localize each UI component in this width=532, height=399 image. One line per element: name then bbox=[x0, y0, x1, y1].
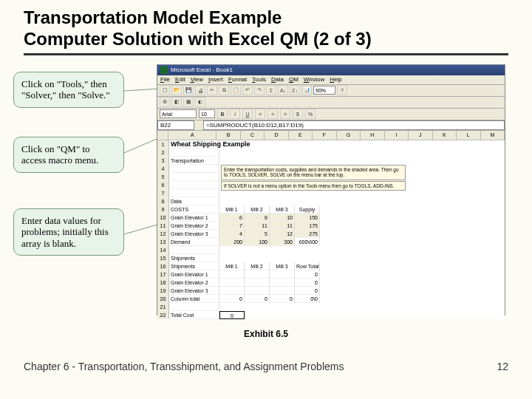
row-header[interactable]: 18 bbox=[157, 279, 169, 287]
instruction-box-1: Enter the transportation costs, supplies… bbox=[221, 165, 406, 180]
formula-row: B22 =SUMPRODUCT(B10:D12,B17:D19) bbox=[157, 120, 505, 131]
secondary-toolbar: ⚙ ◧ ▦ ◐ bbox=[157, 97, 505, 109]
row-header[interactable]: 4 bbox=[157, 165, 169, 173]
undo-icon[interactable]: ↶ bbox=[242, 85, 253, 95]
row-header[interactable]: 22 bbox=[157, 311, 169, 319]
col-C[interactable]: C bbox=[241, 131, 265, 140]
sheet-title: Wheat Shipping Example bbox=[171, 140, 250, 149]
row-header[interactable]: 8 bbox=[157, 197, 169, 205]
col-H[interactable]: H bbox=[361, 131, 384, 140]
row-header[interactable]: 19 bbox=[157, 287, 169, 295]
menu-window[interactable]: Window bbox=[304, 76, 324, 83]
row-header[interactable]: 14 bbox=[157, 246, 169, 254]
col-M[interactable]: M bbox=[481, 131, 505, 140]
row-header[interactable]: 7 bbox=[157, 189, 169, 197]
excel-titlebar: Microsoft Excel - Book1 bbox=[157, 65, 505, 75]
content-area: Click on "Tools," then "Solver," then "S… bbox=[24, 64, 511, 323]
callout-qm-menu: Click on "QM" to access macro menu. bbox=[13, 137, 124, 173]
print-icon[interactable]: 🖨 bbox=[195, 85, 205, 95]
menu-view[interactable]: View bbox=[191, 76, 203, 83]
row-header[interactable]: 6 bbox=[157, 181, 169, 189]
menu-format[interactable]: Format bbox=[228, 76, 247, 83]
row-header[interactable]: 9 bbox=[157, 205, 169, 214]
footer-page-number: 12 bbox=[497, 361, 508, 372]
open-icon[interactable]: 📂 bbox=[171, 85, 182, 95]
instruction-box-2: If SOLVER is not a menu option in the To… bbox=[221, 181, 406, 191]
col-D[interactable]: D bbox=[265, 131, 288, 140]
percent-icon[interactable]: % bbox=[305, 109, 316, 119]
selected-cell-b22[interactable]: 0 bbox=[219, 311, 245, 319]
align-center-icon[interactable]: ≡ bbox=[267, 109, 278, 119]
row-header[interactable]: 10 bbox=[157, 214, 169, 222]
row-header[interactable]: 20 bbox=[157, 295, 169, 303]
align-left-icon[interactable]: ≡ bbox=[255, 109, 265, 119]
font-size-box[interactable]: 10 bbox=[199, 109, 215, 118]
title-block: Transportation Model Example Computer So… bbox=[24, 7, 508, 55]
underline-icon[interactable]: U bbox=[242, 109, 253, 119]
menu-edit[interactable]: Edit bbox=[175, 76, 185, 83]
col-B[interactable]: B bbox=[216, 131, 240, 140]
spreadsheet-grid[interactable]: A B C D E F G H I J K L M 1Wheat Shippin… bbox=[157, 131, 505, 319]
unknown-icon[interactable]: ◐ bbox=[195, 97, 205, 107]
menu-help[interactable]: Help bbox=[330, 76, 341, 83]
font-name-box[interactable]: Arial bbox=[160, 109, 197, 118]
callout-text: Enter data values for problems; initiall… bbox=[21, 215, 109, 249]
menu-file[interactable]: File bbox=[160, 76, 170, 83]
col-I[interactable]: I bbox=[385, 131, 409, 140]
currency-icon[interactable]: $ bbox=[293, 109, 303, 119]
row-header[interactable]: 5 bbox=[157, 173, 169, 181]
title-line-2: Computer Solution with Excel QM (2 of 3) bbox=[24, 29, 508, 50]
col-G[interactable]: G bbox=[337, 131, 361, 140]
menu-tools[interactable]: Tools bbox=[252, 76, 266, 83]
exhibit-caption: Exhibit 6.5 bbox=[24, 329, 508, 339]
row-header[interactable]: 17 bbox=[157, 270, 169, 279]
row-header[interactable]: 11 bbox=[157, 222, 169, 230]
menu-qm[interactable]: QM bbox=[289, 76, 299, 83]
cut-icon[interactable]: ✂ bbox=[207, 85, 217, 95]
callout-enter-data: Enter data values for problems; initiall… bbox=[13, 208, 124, 256]
row-header[interactable]: 3 bbox=[157, 157, 169, 165]
row-header[interactable]: 16 bbox=[157, 262, 169, 270]
slide-footer: Chapter 6 - Transportation, Transshipmen… bbox=[24, 361, 508, 372]
save-icon[interactable]: 💾 bbox=[183, 85, 194, 95]
footer-chapter: Chapter 6 - Transportation, Transshipmen… bbox=[24, 361, 344, 372]
preferences-icon[interactable]: ⚙ bbox=[160, 97, 170, 107]
formula-bar[interactable]: =SUMPRODUCT(B10:D12,B17:D19) bbox=[203, 120, 505, 130]
chart-wizard-icon[interactable]: ◧ bbox=[171, 97, 182, 107]
italic-icon[interactable]: I bbox=[230, 109, 240, 119]
col-E[interactable]: E bbox=[289, 131, 313, 140]
align-right-icon[interactable]: ≡ bbox=[280, 109, 290, 119]
corner-cell[interactable] bbox=[157, 131, 168, 140]
help-icon[interactable]: ? bbox=[337, 85, 347, 95]
col-J[interactable]: J bbox=[409, 131, 432, 140]
autosum-icon[interactable]: Σ bbox=[266, 85, 276, 95]
menu-data[interactable]: Data bbox=[271, 76, 284, 83]
row-header[interactable]: 15 bbox=[157, 254, 169, 262]
paste-icon[interactable]: 📋 bbox=[231, 85, 241, 95]
row-header[interactable]: 13 bbox=[157, 238, 169, 246]
col-K[interactable]: K bbox=[433, 131, 457, 140]
col-A[interactable]: A bbox=[168, 131, 216, 140]
title-rule bbox=[24, 53, 508, 55]
row-header[interactable]: 1 bbox=[157, 140, 169, 149]
callout-tools-solver: Click on "Tools," then "Solver," then "S… bbox=[13, 72, 124, 108]
callout-text: Click on "Tools," then "Solver," then "S… bbox=[21, 78, 110, 101]
cell[interactable]: Transportation bbox=[169, 157, 219, 165]
col-L[interactable]: L bbox=[457, 131, 480, 140]
new-icon[interactable]: ▢ bbox=[160, 85, 170, 95]
name-box[interactable]: B22 bbox=[157, 120, 194, 130]
redo-icon[interactable]: ↷ bbox=[254, 85, 265, 95]
chart-icon[interactable]: 📊 bbox=[301, 85, 312, 95]
row-header[interactable]: 21 bbox=[157, 303, 169, 311]
row-header[interactable]: 2 bbox=[157, 149, 169, 157]
sort-desc-icon[interactable]: Z↓ bbox=[290, 85, 300, 95]
zoom-box[interactable]: 90% bbox=[313, 86, 335, 95]
table-icon[interactable]: ▦ bbox=[183, 97, 194, 107]
bold-icon[interactable]: B bbox=[217, 109, 228, 119]
sort-asc-icon[interactable]: A↓ bbox=[278, 85, 288, 95]
menu-insert[interactable]: Insert bbox=[208, 76, 223, 83]
row-header[interactable]: 12 bbox=[157, 230, 169, 238]
col-F[interactable]: F bbox=[313, 131, 336, 140]
formatting-toolbar: Arial 10 B I U ≡ ≡ ≡ $ % bbox=[157, 109, 505, 120]
copy-icon[interactable]: ⧉ bbox=[219, 85, 229, 95]
